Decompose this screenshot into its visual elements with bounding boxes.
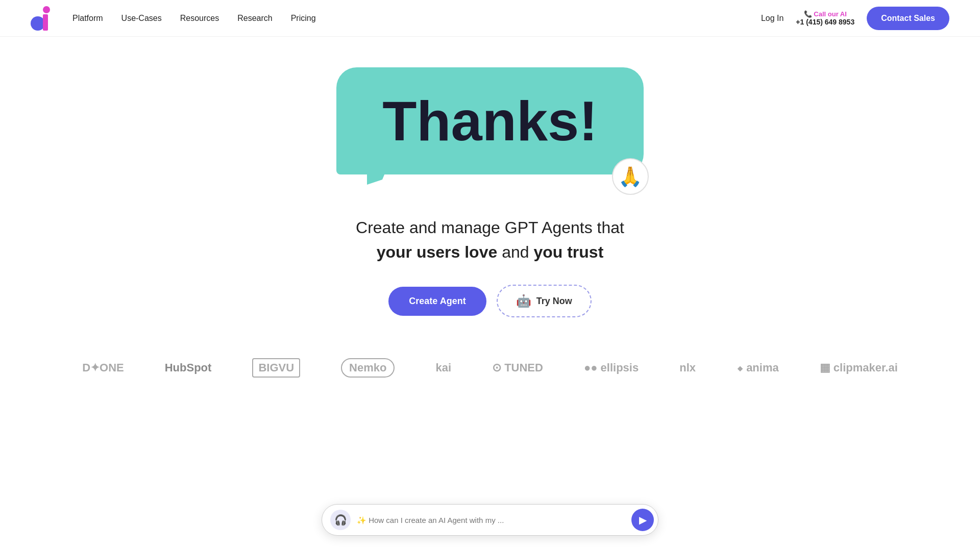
hero-buttons: Create Agent 🤖 Try Now	[388, 285, 591, 317]
call-label: 📞 Call our AI	[804, 10, 847, 18]
create-agent-button[interactable]: Create Agent	[388, 287, 486, 316]
try-now-button[interactable]: 🤖 Try Now	[497, 285, 592, 317]
subtitle-line1: Create and manage GPT Agents that	[356, 218, 624, 237]
robot-icon: 🤖	[516, 294, 531, 308]
nav-research[interactable]: Research	[237, 14, 272, 23]
try-now-label: Try Now	[536, 296, 572, 307]
login-link[interactable]: Log In	[761, 14, 783, 23]
thanks-text: Thanks!	[382, 89, 598, 152]
logo-clipmaker: ▦ clipmaker.ai	[820, 361, 898, 374]
nav-resources[interactable]: Resources	[180, 14, 219, 23]
logo-done: D✦ONE	[82, 361, 124, 374]
phone-number: +1 (415) 649 8953	[796, 18, 854, 26]
chat-bar-headphone-icon: 🎧	[330, 510, 351, 530]
contact-sales-button[interactable]: Contact Sales	[867, 7, 949, 30]
chat-bubble: Thanks!	[336, 67, 644, 174]
chat-bar-input[interactable]	[357, 516, 625, 524]
logo-kai: kai	[435, 361, 451, 374]
send-arrow-icon: ▶	[639, 514, 647, 526]
logo-bigvu: BIGVU	[252, 358, 300, 378]
subtitle-mid: and	[497, 243, 533, 261]
logos-track: D✦ONE HubSpot BIGVU Nemko kai ⊙ TUNED ●●…	[0, 358, 980, 378]
call-cta[interactable]: 📞 Call our AI +1 (415) 649 8953	[796, 10, 854, 26]
navbar: Platform Use-Cases Resources Research Pr…	[0, 0, 980, 37]
hero-subtitle: Create and manage GPT Agents that your u…	[356, 215, 624, 264]
logo-hubspot: HubSpot	[165, 361, 212, 374]
logos-section: D✦ONE HubSpot BIGVU Nemko kai ⊙ TUNED ●●…	[0, 358, 980, 378]
chat-bar: 🎧 ▶	[322, 504, 658, 536]
nav-platform[interactable]: Platform	[72, 14, 103, 23]
navbar-right: Log In 📞 Call our AI +1 (415) 649 8953 C…	[761, 7, 949, 30]
chat-bar-send-button[interactable]: ▶	[631, 509, 654, 531]
subtitle-bold-2: you trust	[533, 243, 603, 261]
navbar-left: Platform Use-Cases Resources Research Pr…	[31, 6, 316, 31]
logo-bar	[43, 14, 48, 31]
logo[interactable]	[31, 6, 48, 31]
avatar-emoji: 🙏	[612, 158, 649, 195]
hero-section: Thanks! 🙏 Create and manage GPT Agents t…	[0, 37, 980, 398]
chat-bubble-wrapper: Thanks! 🙏	[336, 67, 644, 174]
nav-pricing[interactable]: Pricing	[291, 14, 316, 23]
logo-tuned: ⊙ TUNED	[492, 361, 543, 374]
subtitle-bold-1: your users love	[377, 243, 498, 261]
logo-ellipsis: ●● ellipsis	[584, 361, 639, 374]
nav-use-cases[interactable]: Use-Cases	[121, 14, 162, 23]
logo-nlx: nlx	[679, 361, 696, 374]
logo-anima: ⬥ anima	[737, 361, 779, 374]
logo-nemko: Nemko	[341, 358, 395, 378]
main-nav: Platform Use-Cases Resources Research Pr…	[72, 14, 316, 23]
logo-dot	[43, 6, 50, 13]
